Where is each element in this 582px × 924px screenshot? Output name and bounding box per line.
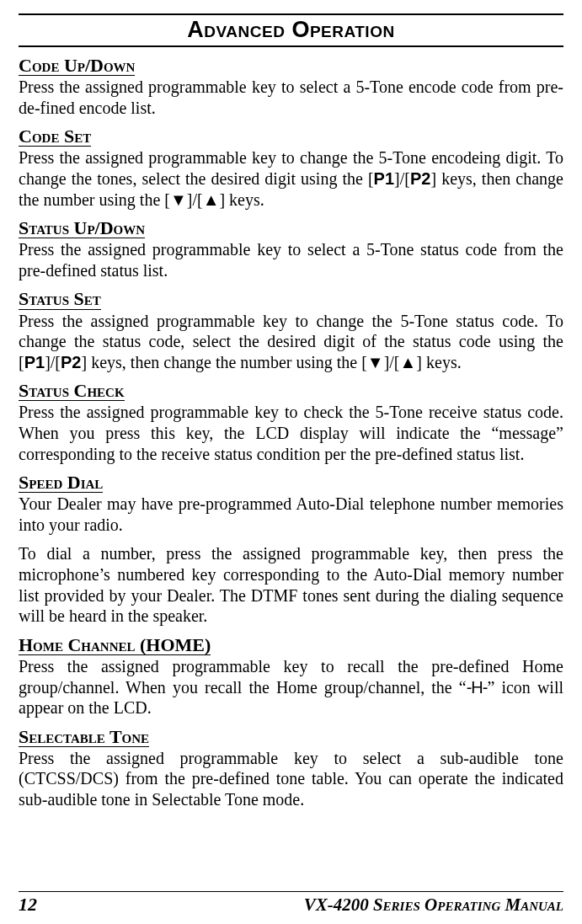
- text-fragment: ]/[: [384, 353, 400, 371]
- body-status-check: Press the assigned programmable key to c…: [19, 402, 563, 464]
- body-home-channel: Press the assigned programmable key to r…: [19, 656, 563, 718]
- page-title: Advanced Operation: [19, 13, 563, 47]
- text-fragment: ]/[: [187, 190, 203, 209]
- section-status-up-down: Status Up/Down Press the assigned progra…: [19, 218, 563, 280]
- text-fragment: ]/[: [45, 353, 61, 371]
- down-arrow-icon: ▼: [367, 353, 384, 371]
- page-footer: 12 VX-4200 Series Operating Manual: [19, 891, 563, 916]
- section-code-set: Code Set Press the assigned programmable…: [19, 126, 563, 210]
- body-speed-dial-2: To dial a number, press the assigned pro…: [19, 543, 563, 626]
- heading-status-up-down: Status Up/Down: [19, 218, 145, 238]
- page-number: 12: [19, 894, 37, 916]
- heading-selectable-tone: Selectable Tone: [19, 727, 149, 747]
- heading-speed-dial: Speed Dial: [19, 473, 103, 493]
- document-page: Advanced Operation Code Up/Down Press th…: [0, 0, 582, 924]
- manual-title: VX-4200 Series Operating Manual: [304, 895, 563, 916]
- body-selectable-tone: Press the assigned programmable key to s…: [19, 748, 563, 810]
- text-fragment: ] keys.: [416, 353, 461, 371]
- key-p1: P1: [374, 169, 394, 188]
- body-code-up-down: Press the assigned programmable key to s…: [19, 77, 563, 118]
- heading-code-set: Code Set: [19, 126, 91, 147]
- key-p2: P2: [410, 169, 430, 188]
- section-home-channel: Home Channel (HOME) Press the assigned p…: [19, 635, 563, 718]
- key-p1: P1: [24, 353, 45, 371]
- up-arrow-icon: ▲: [203, 190, 220, 209]
- body-status-set: Press the assigned programmable key to c…: [19, 311, 563, 373]
- body-speed-dial-1: Your Dealer may have pre-programmed Auto…: [19, 494, 563, 535]
- section-code-up-down: Code Up/Down Press the assigned programm…: [19, 56, 563, 118]
- section-selectable-tone: Selectable Tone Press the assigned progr…: [19, 727, 563, 810]
- down-arrow-icon: ▼: [170, 190, 187, 209]
- section-status-check: Status Check Press the assigned programm…: [19, 381, 563, 464]
- text-fragment: ] keys, then change the number using the…: [82, 353, 367, 371]
- section-status-set: Status Set Press the assigned programmab…: [19, 289, 563, 372]
- key-p2: P2: [61, 353, 81, 371]
- heading-status-check: Status Check: [19, 381, 125, 401]
- heading-status-set: Status Set: [19, 289, 101, 309]
- heading-code-up-down: Code Up/Down: [19, 56, 135, 76]
- home-icon: -H-: [467, 678, 488, 697]
- section-speed-dial: Speed Dial Your Dealer may have pre-prog…: [19, 473, 563, 627]
- body-status-up-down: Press the assigned programmable key to s…: [19, 239, 563, 280]
- up-arrow-icon: ▲: [400, 353, 417, 371]
- text-fragment: ] keys.: [219, 190, 264, 209]
- heading-home-channel: Home Channel (HOME): [19, 635, 211, 655]
- text-fragment: ]/[: [394, 169, 410, 188]
- body-code-set: Press the assigned programmable key to c…: [19, 147, 563, 210]
